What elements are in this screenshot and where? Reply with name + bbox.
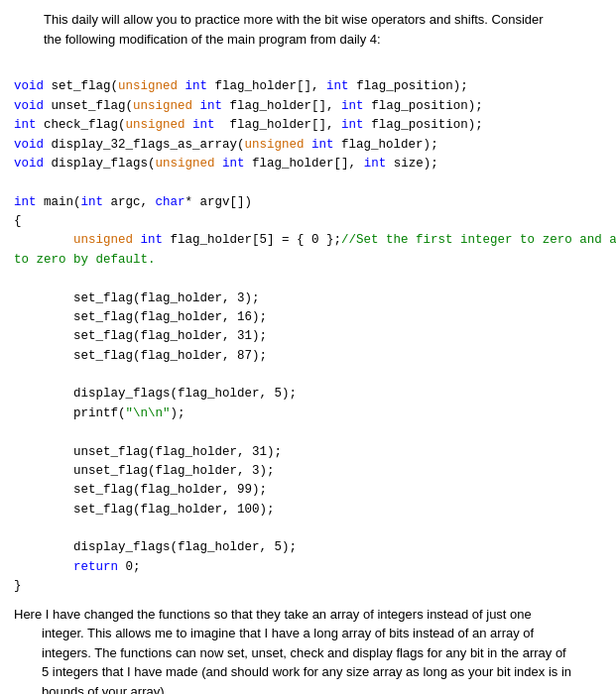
code-line-14: display_flags(flag_holder, 5);	[14, 387, 297, 401]
code-line-5: void display_flags(unsigned int flag_hol…	[14, 157, 438, 171]
code-line-15: printf("\n\n");	[14, 406, 185, 420]
code-line-13: set_flag(flag_holder, 87);	[14, 349, 267, 363]
code-line-10: set_flag(flag_holder, 3);	[14, 291, 260, 305]
code-line-17: unset_flag(flag_holder, 3);	[14, 464, 275, 478]
code-block: void set_flag(unsigned int flag_holder[]…	[14, 58, 602, 597]
code-line-20: display_flags(flag_holder, 5);	[14, 540, 297, 554]
code-line-19: set_flag(flag_holder, 100);	[14, 503, 275, 517]
code-line-18: set_flag(flag_holder, 99);	[14, 483, 267, 497]
code-line-8: unsigned int flag_holder[5] = { 0 };//Se…	[14, 233, 616, 247]
description-section: Here I have changed the functions so tha…	[14, 605, 602, 695]
code-line-9: to zero by default.	[14, 253, 156, 267]
code-line-16: unset_flag(flag_holder, 31);	[14, 445, 282, 459]
code-line-6: int main(int argc, char* argv[])	[14, 195, 252, 209]
code-line-22: }	[14, 579, 22, 593]
desc-para1: Here I have changed the functions so tha…	[14, 605, 602, 695]
code-line-21: return 0;	[14, 560, 141, 574]
code-line-2: void unset_flag(unsigned int flag_holder…	[14, 99, 483, 113]
code-line-11: set_flag(flag_holder, 16);	[14, 310, 267, 324]
code-line-1: void set_flag(unsigned int flag_holder[]…	[14, 79, 468, 93]
intro-text: This daily will allow you to practice mo…	[14, 10, 602, 49]
code-line-12: set_flag(flag_holder, 31);	[14, 329, 267, 343]
code-line-7: {	[14, 214, 22, 228]
intro-paragraph: This daily will allow you to practice mo…	[14, 10, 602, 49]
code-line-3: int check_flag(unsigned int flag_holder[…	[14, 118, 483, 132]
code-line-4: void display_32_flags_as_array(unsigned …	[14, 138, 438, 152]
